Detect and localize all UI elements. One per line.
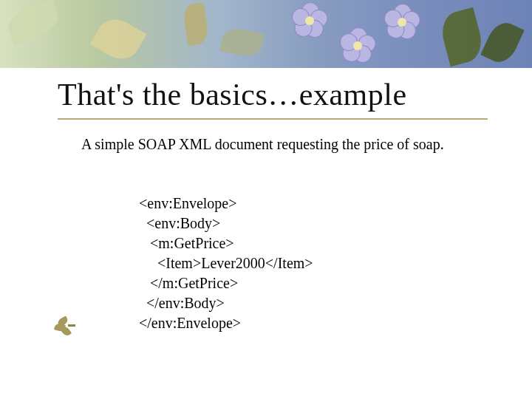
slide: That's the basics…example A simple SOAP … (0, 0, 532, 399)
flower-icon (340, 28, 375, 64)
code-line: <env:Body> (139, 215, 220, 231)
code-line: </m:GetPrice> (139, 275, 238, 291)
description-text: A simple SOAP XML document requesting th… (81, 134, 480, 154)
slide-title: That's the basics…example (58, 77, 502, 112)
leaf-bullet-icon (55, 318, 74, 334)
code-line: <m:GetPrice> (139, 235, 234, 251)
code-line: </env:Body> (139, 295, 225, 311)
code-line: <Item>Lever2000</Item> (139, 255, 313, 271)
code-block: <env:Envelope> <env:Body> <m:GetPrice> <… (139, 194, 313, 333)
flower-icon (384, 4, 420, 40)
decorative-banner (0, 0, 532, 68)
flower-icon (292, 3, 327, 38)
code-line: </env:Envelope> (139, 315, 241, 331)
code-line: <env:Envelope> (139, 195, 237, 211)
title-underline (58, 118, 488, 120)
